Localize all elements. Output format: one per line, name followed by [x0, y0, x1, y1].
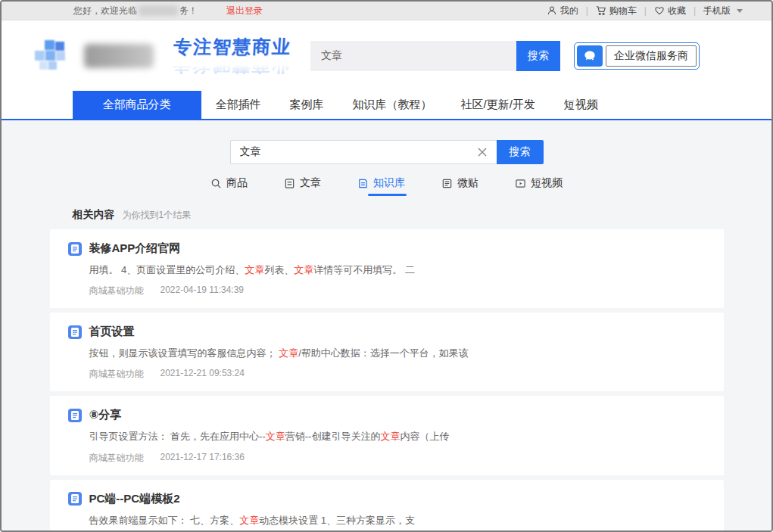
clear-search-icon[interactable] [475, 145, 489, 159]
document-icon [68, 242, 82, 256]
logout-link[interactable]: 退出登录 [226, 5, 263, 17]
search-icon [210, 178, 222, 189]
result-title[interactable]: ⑧分享 [89, 408, 122, 422]
result-title[interactable]: PC端--PC端模板2 [89, 492, 180, 506]
search-input[interactable] [230, 140, 497, 164]
result-date: 2021-12-21 09:53:24 [161, 368, 245, 381]
blurred-username [139, 5, 178, 16]
tab-short-videos[interactable]: 短视频 [515, 176, 563, 196]
video-icon [515, 178, 526, 189]
nav-community[interactable]: 社区/更新/开发 [447, 91, 550, 119]
result-card[interactable]: ⑧分享 引导页设置方法： 首先，先在应用中心--文章营销--创建引导关注的文章内… [50, 396, 724, 474]
result-description: 引导页设置方法： 首先，先在应用中心--文章营销--创建引导关注的文章内容（上传 [89, 430, 706, 443]
user-icon [547, 5, 557, 16]
tab-posts[interactable]: 微贴 [441, 176, 478, 196]
site-logo[interactable]: 专注智慧商业 专注智慧商业 [33, 38, 294, 74]
nav-all-categories[interactable]: 全部商品分类 [73, 91, 201, 119]
results-title: 相关内容 [73, 208, 115, 222]
main-nav: 全部商品分类 全部插件 案例库 知识库（教程） 社区/更新/开发 短视频 [2, 91, 771, 120]
nav-knowledge-base[interactable]: 知识库（教程） [338, 91, 447, 119]
header-search-input[interactable] [310, 41, 516, 71]
result-description: 告效果前端显示如下： 七、方案、文章动态模块设置 1、三种方案显示，支 [89, 514, 706, 527]
result-category: 商城基础功能 [89, 452, 144, 465]
site-logo-icon [33, 39, 76, 73]
document-icon [68, 325, 82, 339]
cart-link[interactable]: 购物车 [596, 5, 637, 17]
result-card[interactable]: 装修APP介绍官网 用填。 4、页面设置里的公司介绍、文章列表、文章详情等可不用… [50, 229, 724, 308]
result-meta: 商城基础功能 2021-12-21 09:53:24 [89, 368, 706, 381]
results-list: 装修APP介绍官网 用填。 4、页面设置里的公司介绍、文章列表、文章详情等可不用… [50, 229, 724, 532]
tab-products[interactable]: 商品 [210, 176, 248, 196]
results-header: 相关内容 为你找到1个结果 [73, 208, 724, 222]
document-icon [68, 409, 82, 422]
cart-icon [596, 5, 606, 16]
main-content: 搜索 商品 文章 知识库 微贴 短视频 [2, 120, 771, 532]
my-account-link[interactable]: 我的 [547, 5, 578, 17]
knowledge-base-icon [357, 178, 369, 189]
result-title[interactable]: 装修APP介绍官网 [89, 241, 181, 256]
content-search: 搜索 [230, 140, 544, 164]
topbar-menu: 我的 | 购物车 | 收藏 | 手机版 [547, 5, 743, 17]
result-meta: 商城基础功能 2021-12-17 17:16:36 [89, 452, 706, 465]
wecom-service-badge[interactable]: 企业微信服务商 [574, 42, 700, 70]
mobile-version-menu[interactable]: 手机版 [703, 5, 743, 17]
tab-knowledge-base[interactable]: 知识库 [357, 176, 405, 196]
result-card[interactable]: PC端--PC端模板2 告效果前端显示如下： 七、方案、文章动态模块设置 1、三… [50, 480, 724, 532]
site-header: 专注智慧商业 专注智慧商业 搜索 企业微信服务商 [2, 20, 771, 91]
header-search-button[interactable]: 搜索 [516, 41, 560, 71]
list-icon [441, 178, 453, 189]
document-icon [68, 492, 82, 506]
result-description: 按钮，则显示该设置填写的客服信息内容； 文章/帮助中心数据：选择一个平台，如果该 [89, 347, 706, 360]
result-meta: 商城基础功能 2022-04-19 11:34:39 [89, 285, 706, 297]
result-title[interactable]: 首页设置 [89, 325, 135, 339]
greeting-prefix: 您好，欢迎光临 [73, 5, 137, 17]
article-icon [284, 178, 295, 189]
result-type-tabs: 商品 文章 知识库 微贴 短视频 [2, 176, 771, 196]
topbar: 您好，欢迎光临 务！ 退出登录 我的 | 购物车 | 收藏 [2, 2, 771, 20]
favorites-link[interactable]: 收藏 [654, 5, 686, 17]
greeting-suffix: 务！ [179, 5, 198, 17]
header-search: 搜索 [310, 41, 560, 71]
result-category: 商城基础功能 [89, 368, 144, 381]
result-date: 2021-12-17 17:16:36 [161, 452, 245, 465]
tab-articles[interactable]: 文章 [284, 176, 321, 196]
site-tagline: 专注智慧商业 专注智慧商业 [173, 38, 291, 74]
blurred-logo-text [84, 44, 154, 68]
heart-icon [654, 5, 665, 16]
nav-short-video[interactable]: 短视频 [550, 91, 612, 119]
nav-case-library[interactable]: 案例库 [276, 91, 338, 119]
result-category: 商城基础功能 [89, 285, 144, 297]
chevron-down-icon [737, 9, 743, 13]
result-card[interactable]: 首页设置 按钮，则显示该设置填写的客服信息内容； 文章/帮助中心数据：选择一个平… [50, 313, 724, 391]
result-description: 用填。 4、页面设置里的公司介绍、文章列表、文章详情等可不用填写。 二 [89, 263, 706, 277]
search-button[interactable]: 搜索 [497, 140, 544, 164]
welcome-text: 您好，欢迎光临 务！ [73, 5, 198, 17]
result-date: 2022-04-19 11:34:39 [161, 285, 245, 297]
browser-window: 您好，欢迎光临 务！ 退出登录 我的 | 购物车 | 收藏 [0, 0, 773, 532]
nav-all-plugins[interactable]: 全部插件 [201, 91, 276, 119]
tagline-reflection: 专注智慧商业 [173, 56, 292, 74]
wecom-chat-icon [577, 45, 603, 67]
results-count: 为你找到1个结果 [123, 209, 192, 222]
